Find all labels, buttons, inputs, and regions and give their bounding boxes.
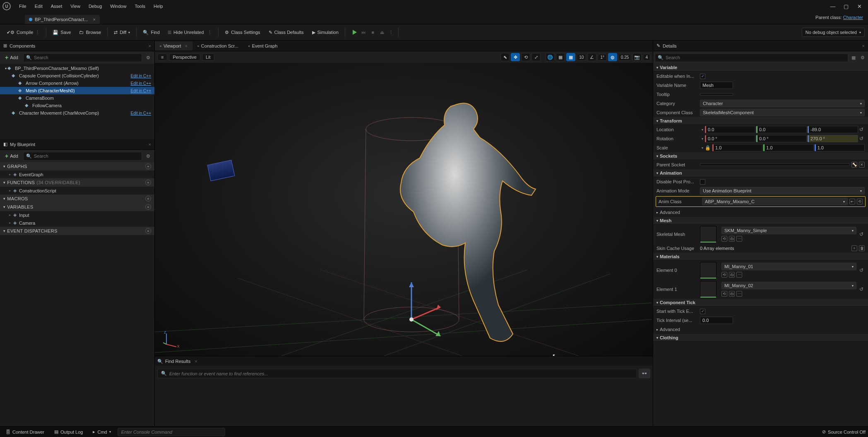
clear-array-icon[interactable]: 🗑	[859, 245, 865, 251]
diff-button[interactable]: ⇄Diff▾	[111, 28, 133, 37]
reset-to-default-button[interactable]: ↺	[858, 136, 865, 142]
property-row[interactable]: ▸Advanced	[653, 325, 868, 334]
close-icon[interactable]: ×	[185, 43, 188, 48]
vector-z-field[interactable]: 1.0	[815, 144, 865, 151]
vector-y-field[interactable]: 1.0	[763, 144, 813, 151]
window-minimize-button[interactable]: —	[830, 3, 836, 10]
output-log-button[interactable]: ▤Output Log	[51, 428, 86, 436]
settings-icon[interactable]: ⚙	[859, 55, 866, 60]
asset-thumbnail[interactable]	[700, 281, 717, 298]
reset-to-default-button[interactable]: ↺	[858, 286, 865, 292]
my-blueprint-panel-tab[interactable]: ◧ My Blueprint ×	[0, 139, 154, 150]
find-results-tab[interactable]: Find Results	[165, 359, 190, 364]
scale-snap-toggle[interactable]: ◍	[608, 53, 617, 61]
combo-box[interactable]: ABP_Manny_Mixamo_C▾	[702, 198, 848, 205]
find-button[interactable]: 🔍Find	[139, 28, 163, 37]
section-header[interactable]: ▾FUNCTIONS(34 OVERRIDABLE)+	[0, 178, 154, 187]
close-icon[interactable]: ×	[195, 359, 197, 364]
vector-z-field[interactable]: -89.0	[808, 126, 858, 133]
blueprint-item[interactable]: ▸◈ConstructionScript	[0, 187, 154, 194]
component-row[interactable]: ▾ ◆ BP_ThirdPersonCharacter_Mixamo (Self…	[0, 65, 154, 72]
components-search-input[interactable]: 🔍	[23, 53, 142, 62]
component-row[interactable]: ◆ FollowCamera	[0, 102, 154, 109]
stop-button[interactable]: ■	[369, 28, 377, 36]
tab-viewport[interactable]: ▫Viewport×	[155, 41, 192, 50]
settings-icon[interactable]: ⚙	[144, 55, 153, 60]
close-icon[interactable]: ×	[93, 17, 95, 22]
add-blueprint-button[interactable]: +Add	[2, 151, 22, 161]
asset-thumbnail[interactable]	[700, 226, 717, 243]
pick-socket-icon[interactable]: 🦴	[851, 162, 857, 168]
category-header[interactable]: ▾Transform	[653, 117, 868, 125]
section-header[interactable]: ▾EVENT DISPATCHERS+	[0, 227, 154, 235]
category-header[interactable]: ▾Sockets	[653, 152, 868, 160]
blueprint-search-input[interactable]: 🔍	[23, 152, 142, 161]
component-row[interactable]: ◆ Character Movement (CharMoveComp) Edit…	[0, 109, 154, 117]
menu-window[interactable]: Window	[106, 2, 130, 10]
window-close-button[interactable]: ✕	[856, 3, 862, 10]
category-header[interactable]: ▾Clothing	[653, 334, 868, 342]
edit-in-cpp-link[interactable]: Edit in C++	[131, 74, 153, 78]
tab-event-graph[interactable]: ▫Event Graph	[243, 41, 283, 50]
component-row[interactable]: ◆ CameraBoom	[0, 94, 154, 102]
scale-mode-button[interactable]: ⤢	[531, 53, 541, 61]
find-input[interactable]: 🔍	[157, 369, 637, 378]
camera-speed-value[interactable]: 4	[643, 54, 650, 61]
menu-debug[interactable]: Debug	[84, 2, 106, 10]
filter-icon[interactable]: ▦	[850, 55, 857, 60]
component-row[interactable]: ◆ Capsule Component (CollisionCylinder) …	[0, 72, 154, 79]
scale-snap-value[interactable]: 0.25	[618, 54, 631, 61]
vector-z-field[interactable]: 270.0 °	[808, 135, 858, 142]
blueprint-item[interactable]: ▸◈Input	[0, 211, 154, 219]
checkbox[interactable]: ✓	[700, 309, 705, 314]
details-panel-tab[interactable]: ✎ Details ×	[653, 41, 868, 51]
document-tab[interactable]: BP_ThirdPersonCharact... ×	[25, 15, 100, 24]
viewport-3d[interactable]: x z ↖	[155, 63, 653, 356]
asset-combo[interactable]: MI_Manny_01▾	[721, 263, 856, 270]
viewport-menu-button[interactable]: ≡	[157, 53, 167, 61]
blueprint-item[interactable]: ▸◈EventGraph	[0, 170, 154, 178]
camera-speed-button[interactable]: 📷	[632, 53, 642, 61]
components-panel-tab[interactable]: ⊞ Components ×	[0, 41, 154, 51]
add-icon[interactable]: +	[145, 196, 151, 202]
add-element-icon[interactable]: +	[851, 245, 857, 251]
add-icon[interactable]: +	[145, 180, 151, 185]
asset-combo[interactable]: MI_Manny_02▾	[721, 282, 856, 289]
more-icon[interactable]: ⋯	[736, 236, 742, 242]
browse-to-icon[interactable]: 🗀	[729, 272, 735, 278]
category-header[interactable]: ▾Animation	[653, 169, 868, 177]
vector-x-field[interactable]: 0.0 °	[705, 135, 755, 142]
tab-construction-scr-[interactable]: ▫Construction Scr...	[192, 41, 243, 50]
checkbox[interactable]	[700, 179, 705, 185]
window-maximize-button[interactable]: ▢	[843, 3, 849, 10]
reset-to-default-button[interactable]: ↺	[858, 231, 865, 237]
browse-to-icon[interactable]: ⟲	[857, 199, 863, 204]
combo-box[interactable]: Character▾	[700, 100, 865, 107]
parent-class-link[interactable]: Character	[843, 15, 863, 20]
socket-field[interactable]	[700, 163, 850, 166]
blueprint-item[interactable]: ▸◈Camera	[0, 219, 154, 227]
section-header[interactable]: ▾MACROS+	[0, 194, 154, 203]
reset-to-default-button[interactable]: ↺	[858, 267, 865, 273]
browse-button[interactable]: 🗀Browse	[76, 28, 104, 37]
vector-x-field[interactable]: 0.0	[705, 126, 755, 133]
grid-snap-toggle[interactable]: ▦	[566, 53, 575, 61]
surface-snap-button[interactable]: ▦	[556, 53, 565, 61]
section-header[interactable]: ▾GRAPHS+	[0, 162, 154, 170]
cmd-combo[interactable]: ▸Cmd▾	[89, 428, 114, 436]
more-icon[interactable]: ⋯	[736, 272, 742, 278]
source-control-button[interactable]: ⊘Source Control Off	[822, 429, 866, 435]
eject-button[interactable]: ⏏	[378, 28, 386, 36]
grid-snap-value[interactable]: 10	[577, 54, 586, 61]
step-button[interactable]: ⏭	[360, 28, 368, 36]
translate-mode-button[interactable]: ✥	[511, 53, 520, 61]
edit-in-cpp-link[interactable]: Edit in C++	[131, 89, 153, 93]
add-icon[interactable]: +	[145, 163, 151, 169]
add-component-button[interactable]: +Add	[2, 53, 22, 62]
menu-help[interactable]: Help	[149, 2, 167, 10]
angle-snap-value[interactable]: 1°	[598, 54, 607, 61]
simulation-button[interactable]: ▶Simulation	[309, 28, 342, 37]
menu-view[interactable]: View	[66, 2, 84, 10]
lock-icon[interactable]: 🔒	[705, 145, 711, 151]
class-settings-button[interactable]: ⚙Class Settings	[221, 28, 263, 37]
